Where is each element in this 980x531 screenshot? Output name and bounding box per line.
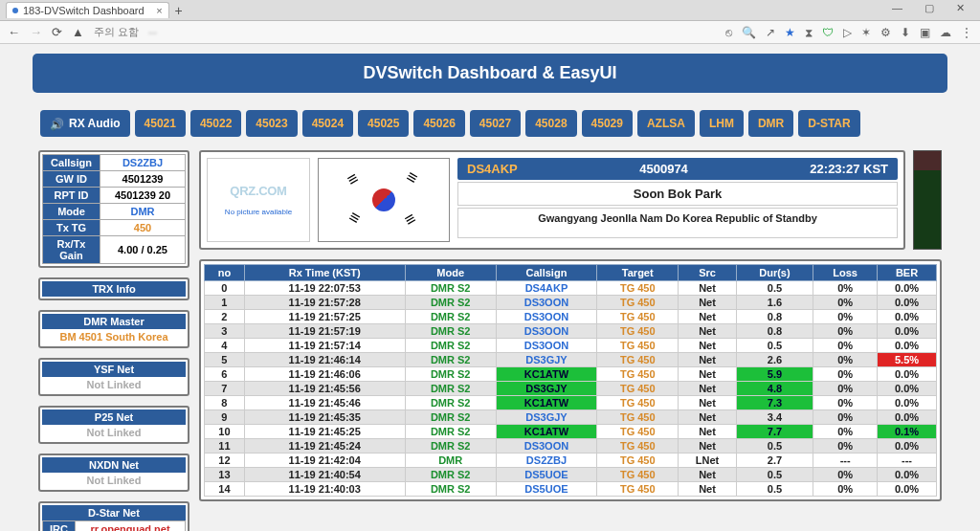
nav-button-45026[interactable]: 45026 bbox=[413, 110, 464, 137]
nav-button-label: AZLSA bbox=[647, 117, 685, 130]
log-loss: 0% bbox=[813, 425, 878, 439]
current-info: DS4AKP 4500974 22:23:27 KST Soon Bok Par… bbox=[457, 158, 898, 242]
log-row: 1211-19 21:42:04DMRDS2ZBJTG 450LNet2.7--… bbox=[205, 454, 937, 468]
log-mode: DMR S2 bbox=[405, 296, 496, 310]
share-icon[interactable]: ↗ bbox=[766, 26, 775, 39]
nav-button-dmr[interactable]: DMR bbox=[748, 110, 793, 137]
dmrmaster-panel: DMR Master BM 4501 South Korea bbox=[38, 310, 189, 348]
back-icon[interactable]: ← bbox=[8, 25, 20, 39]
current-time: 22:23:27 KST bbox=[810, 162, 888, 176]
ext4-icon[interactable]: ⚙ bbox=[880, 26, 891, 39]
dstar-table: IRCrr.openquad.net bbox=[42, 520, 186, 531]
log-no: 9 bbox=[205, 410, 245, 425]
window-controls[interactable]: — ▢ ✕ bbox=[892, 2, 974, 14]
security-warning-text: 주의 요함 bbox=[94, 25, 139, 39]
log-src: Net bbox=[679, 468, 736, 482]
log-time: 11-19 21:45:56 bbox=[244, 382, 405, 396]
apps-icon[interactable]: ▣ bbox=[920, 26, 930, 39]
ext3-icon[interactable]: ✶ bbox=[861, 26, 871, 39]
log-src: Net bbox=[679, 310, 736, 324]
log-mode: DMR S2 bbox=[405, 310, 496, 324]
left-column: CallsignDS2ZBJ GW ID4501239 RPT ID450123… bbox=[38, 150, 189, 531]
close-tab-icon[interactable]: × bbox=[156, 5, 162, 16]
log-dur: 4.8 bbox=[736, 382, 813, 396]
log-no: 0 bbox=[205, 281, 245, 296]
log-ber: 0.1% bbox=[878, 425, 937, 439]
translate-icon[interactable]: ⎋ bbox=[725, 26, 732, 39]
log-time: 11-19 21:45:24 bbox=[244, 439, 405, 454]
log-callsign: DS3OON bbox=[496, 339, 596, 353]
extension-icon[interactable]: ⧗ bbox=[805, 26, 813, 39]
nav-button-azlsa[interactable]: AZLSA bbox=[637, 110, 695, 137]
new-tab-button[interactable]: + bbox=[175, 3, 183, 18]
zoom-icon[interactable]: 🔍 bbox=[742, 26, 756, 39]
browser-tab[interactable]: 183-DVSwitch Dashboard × bbox=[6, 2, 169, 18]
log-no: 4 bbox=[205, 339, 245, 353]
nav-button-45021[interactable]: 45021 bbox=[135, 110, 186, 137]
nav-button-45024[interactable]: 45024 bbox=[302, 110, 353, 137]
log-src: Net bbox=[679, 281, 736, 296]
log-src: Net bbox=[679, 324, 736, 339]
log-mode: DMR bbox=[405, 454, 496, 468]
log-target: TG 450 bbox=[597, 281, 679, 296]
log-dur: 7.3 bbox=[736, 396, 813, 410]
nav-row: RX Audio 4502145022450234502445025450264… bbox=[33, 110, 947, 137]
log-callsign: DS3OON bbox=[496, 439, 596, 454]
log-time: 11-19 21:45:25 bbox=[244, 425, 405, 439]
korea-flag-icon: ≡≡ ≡≡ bbox=[341, 171, 427, 229]
nav-button-45022[interactable]: 45022 bbox=[190, 110, 241, 137]
log-row: 311-19 21:57:19DMR S2DS3OONTG 450Net0.80… bbox=[205, 324, 937, 339]
log-target: TG 450 bbox=[597, 454, 679, 468]
log-header: Src bbox=[679, 265, 736, 281]
log-time: 11-19 21:46:14 bbox=[244, 353, 405, 367]
log-no: 3 bbox=[205, 324, 245, 339]
log-src: Net bbox=[679, 439, 736, 454]
nav-button-lhm[interactable]: LHM bbox=[700, 110, 744, 137]
security-warning-icon[interactable]: ▲ bbox=[72, 25, 84, 39]
nav-button-45027[interactable]: 45027 bbox=[470, 110, 521, 137]
log-no: 5 bbox=[205, 353, 245, 367]
menu-icon[interactable]: ⋮ bbox=[961, 26, 972, 39]
nav-button-label: 45021 bbox=[145, 117, 176, 130]
shield-icon[interactable]: 🛡 bbox=[822, 26, 834, 39]
log-callsign: DS5UOE bbox=[496, 482, 596, 497]
nav-button-45028[interactable]: 45028 bbox=[525, 110, 576, 137]
log-time: 11-19 21:57:28 bbox=[244, 296, 405, 310]
forward-icon[interactable]: → bbox=[30, 25, 42, 39]
nav-button-45025[interactable]: 45025 bbox=[358, 110, 409, 137]
log-callsign: KC1ATW bbox=[496, 396, 596, 410]
log-loss: 0% bbox=[813, 310, 878, 324]
log-ber: 0.0% bbox=[878, 410, 937, 425]
txtg-key: Tx TG bbox=[43, 220, 100, 236]
ext2-icon[interactable]: ▷ bbox=[843, 26, 852, 39]
p25-val: Not Linked bbox=[42, 425, 186, 440]
cloud-icon[interactable]: ☁ bbox=[940, 26, 951, 39]
log-dur: 0.5 bbox=[736, 281, 813, 296]
log-dur: 3.4 bbox=[736, 410, 813, 425]
log-callsign: DS4AKP bbox=[496, 281, 596, 296]
log-mode: DMR S2 bbox=[405, 353, 496, 367]
ysf-head: YSF Net bbox=[42, 362, 186, 377]
log-target: TG 450 bbox=[597, 482, 679, 497]
nav-button-45029[interactable]: 45029 bbox=[582, 110, 633, 137]
nav-button-45023[interactable]: 45023 bbox=[246, 110, 297, 137]
nav-button-d-star[interactable]: D-STAR bbox=[798, 110, 859, 137]
nav-button-label: 45024 bbox=[312, 117, 344, 130]
reload-icon[interactable]: ⟳ bbox=[52, 25, 62, 39]
log-dur: 0.8 bbox=[736, 324, 813, 339]
rx-audio-button[interactable]: RX Audio bbox=[40, 110, 130, 137]
download-icon[interactable]: ⬇ bbox=[901, 26, 910, 39]
log-target: TG 450 bbox=[597, 468, 679, 482]
log-time: 11-19 21:57:19 bbox=[244, 324, 405, 339]
log-row: 011-19 22:07:53DMR S2DS4AKPTG 450Net0.50… bbox=[205, 281, 937, 296]
trxinfo-panel: TRX Info bbox=[38, 277, 189, 300]
log-src: Net bbox=[679, 425, 736, 439]
log-row: 1311-19 21:40:54DMR S2DS5UOETG 450Net0.5… bbox=[205, 468, 937, 482]
log-dur: 0.5 bbox=[736, 339, 813, 353]
url-text: ··· bbox=[148, 27, 157, 38]
bookmark-icon[interactable]: ★ bbox=[785, 26, 795, 39]
log-mode: DMR S2 bbox=[405, 425, 496, 439]
log-src: Net bbox=[679, 410, 736, 425]
signal-strip bbox=[913, 150, 942, 250]
log-ber: 0.0% bbox=[878, 468, 937, 482]
